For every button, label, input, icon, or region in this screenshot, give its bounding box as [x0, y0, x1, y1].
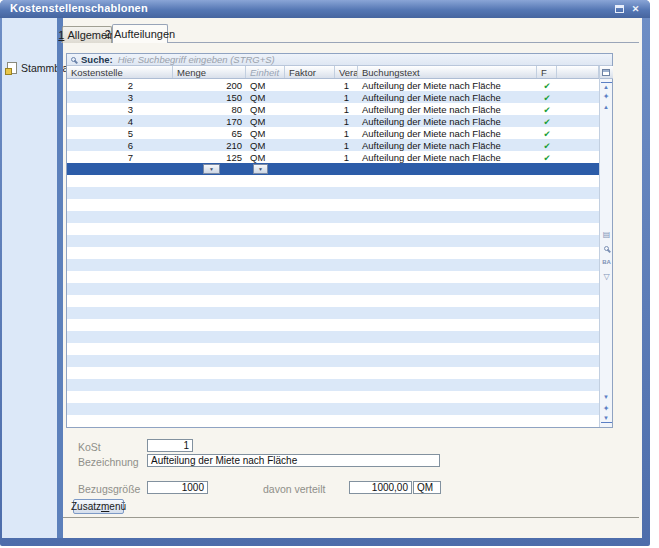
restore-button[interactable]	[613, 3, 626, 15]
cell-kostenstelle: 2	[67, 79, 173, 91]
title-bar[interactable]: Kostenstellenschablonen ✕	[0, 0, 650, 18]
grid-search-bar[interactable]: Suche: Hier Suchbegriff eingeben (STRG+S…	[67, 54, 612, 66]
empty-row[interactable]	[67, 379, 599, 391]
jump-down-button[interactable]: ✦	[601, 403, 612, 414]
cell-einheit: QM	[246, 115, 285, 127]
column-chooser-icon	[602, 69, 610, 76]
empty-row[interactable]	[67, 259, 599, 271]
col-header-buchungstext[interactable]: Buchungstext	[358, 66, 537, 78]
empty-row[interactable]	[67, 403, 599, 415]
davon-verteilt-unit-field[interactable]: QM	[413, 481, 441, 494]
cell-einheit: QM	[246, 127, 285, 139]
dropdown-button[interactable]: ▼	[253, 164, 268, 174]
scroll-down-button[interactable]: ▼	[601, 392, 612, 403]
selected-editing-row[interactable]: ▼▼	[67, 163, 599, 175]
table-row[interactable]: 380QM1Aufteilung der Miete nach Fläche✔	[67, 103, 599, 115]
table-row[interactable]: 3150QM1Aufteilung der Miete nach Fläche✔	[67, 91, 599, 103]
empty-row[interactable]	[67, 199, 599, 211]
scroll-bottom-icon: ▼	[603, 415, 609, 422]
table-row[interactable]: 7125QM1Aufteilung der Miete nach Fläche✔	[67, 151, 599, 163]
empty-row[interactable]	[67, 367, 599, 379]
column-chooser-button[interactable]	[600, 66, 613, 79]
empty-row[interactable]	[67, 295, 599, 307]
col-header-faktor[interactable]: Faktor	[285, 66, 335, 78]
cell-einheit: QM	[246, 103, 285, 115]
dropdown-button[interactable]: ▼	[203, 164, 220, 174]
check-icon: ✔	[543, 105, 550, 115]
cell-buchungstext: Aufteilung der Miete nach Fläche	[358, 91, 537, 103]
table-row[interactable]: 6210QM1Aufteilung der Miete nach Fläche✔	[67, 139, 599, 151]
empty-row[interactable]	[67, 283, 599, 295]
jump-down-icon: ✦	[603, 405, 610, 412]
col-header-menge[interactable]: Menge	[173, 66, 246, 78]
empty-row[interactable]	[67, 223, 599, 235]
scroll-to-top-button[interactable]: ▲	[601, 82, 612, 91]
tab-aufteilungen[interactable]: 2 Aufteilungen	[112, 24, 168, 43]
cell-einheit: QM	[246, 139, 285, 151]
restore-icon	[615, 5, 624, 13]
cell-filler	[557, 127, 599, 139]
empty-row[interactable]	[67, 415, 599, 427]
zusatzmenu-button[interactable]: Zusatzmenü	[73, 499, 124, 514]
cell-vera: 1	[335, 103, 358, 115]
cell-filler	[557, 151, 599, 163]
check-icon: ✔	[543, 117, 550, 127]
grid-header: KostenstelleMengeEinheitFaktorVeraBuchun…	[67, 66, 599, 79]
col-header-kostenstelle[interactable]: Kostenstelle	[67, 66, 173, 78]
jump-up-icon: ✦	[603, 93, 610, 100]
cell-f: ✔	[537, 103, 557, 115]
cell-faktor	[285, 139, 335, 151]
cell-buchungstext: Aufteilung der Miete nach Fläche	[358, 127, 537, 139]
cell-menge: 80	[173, 103, 246, 115]
empty-row[interactable]	[67, 391, 599, 403]
sidebar-item-stammblatt[interactable]: Stammblatt	[7, 62, 74, 74]
cell-buchungstext: Aufteilung der Miete nach Fläche	[358, 115, 537, 127]
search-tool-icon[interactable]	[604, 243, 609, 254]
card-view-icon[interactable]: ▤	[603, 229, 611, 240]
filter-icon[interactable]: ▽	[603, 271, 609, 282]
bezeichnung-field[interactable]: Aufteilung der Miete nach Fläche	[147, 454, 440, 467]
table-row[interactable]: 2200QM1Aufteilung der Miete nach Fläche✔	[67, 79, 599, 91]
aufteilungen-grid: Suche: Hier Suchbegriff eingeben (STRG+S…	[66, 53, 613, 428]
table-row[interactable]: 565QM1Aufteilung der Miete nach Fläche✔	[67, 127, 599, 139]
vertical-scrollbar[interactable]: ▲ ✦ ▲ ▤ BA ▽ ▼ ✦ ▼	[599, 66, 612, 427]
col-header-f[interactable]: F	[537, 66, 557, 78]
cell-vera: 1	[335, 91, 358, 103]
empty-row[interactable]	[67, 247, 599, 259]
search-placeholder: Hier Suchbegriff eingeben (STRG+S)	[118, 54, 275, 65]
cell-f: ✔	[537, 151, 557, 163]
empty-row[interactable]	[67, 355, 599, 367]
table-row[interactable]: 4170QM1Aufteilung der Miete nach Fläche✔	[67, 115, 599, 127]
empty-row[interactable]	[67, 235, 599, 247]
bezugsgroesse-field[interactable]: 1000	[147, 481, 208, 494]
empty-row[interactable]	[67, 307, 599, 319]
col-header-filler[interactable]	[557, 66, 599, 78]
empty-row[interactable]	[67, 331, 599, 343]
cell-kostenstelle: 4	[67, 115, 173, 127]
empty-row[interactable]	[67, 211, 599, 223]
kost-field[interactable]: 1	[147, 439, 193, 452]
sidebar-divider	[57, 18, 63, 538]
cell-filler	[557, 115, 599, 127]
scroll-to-bottom-button[interactable]: ▼	[601, 414, 612, 423]
ba-tool-icon[interactable]: BA	[602, 257, 611, 268]
tab-number: 1	[58, 29, 64, 41]
chevron-down-icon: ▼	[258, 167, 263, 172]
col-header-einheit[interactable]: Einheit	[246, 66, 285, 78]
empty-row[interactable]	[67, 187, 599, 199]
davon-verteilt-field[interactable]: 1000,00	[349, 481, 412, 494]
col-header-vera[interactable]: Vera	[335, 66, 358, 78]
scroll-top-icon: ▲	[603, 84, 609, 91]
scroll-up-button[interactable]: ▲	[601, 102, 612, 113]
empty-row[interactable]	[67, 319, 599, 331]
cell-einheit: QM	[246, 151, 285, 163]
empty-row[interactable]	[67, 175, 599, 187]
close-button[interactable]: ✕	[629, 3, 642, 15]
window-title: Kostenstellenschablonen	[10, 2, 148, 14]
jump-up-button[interactable]: ✦	[601, 91, 612, 102]
cell-f: ✔	[537, 127, 557, 139]
empty-row[interactable]	[67, 271, 599, 283]
cell-buchungstext: Aufteilung der Miete nach Fläche	[358, 139, 537, 151]
cell-filler	[557, 79, 599, 91]
empty-row[interactable]	[67, 343, 599, 355]
